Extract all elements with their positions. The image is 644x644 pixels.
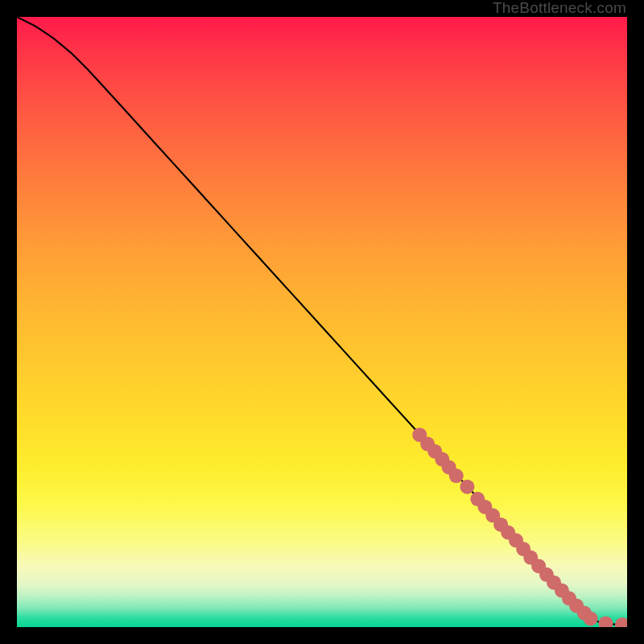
data-marker: [615, 617, 627, 627]
data-marker: [598, 616, 613, 627]
data-marker: [449, 469, 464, 483]
marker-group: [412, 427, 627, 627]
attribution-text: TheBottleneck.com: [493, 0, 626, 17]
plot-area: [17, 17, 627, 627]
chart-frame: TheBottleneck.com: [0, 0, 644, 644]
data-marker: [584, 611, 598, 625]
data-marker: [460, 480, 474, 494]
chart-svg: [17, 17, 627, 627]
curve-line: [18, 17, 626, 625]
